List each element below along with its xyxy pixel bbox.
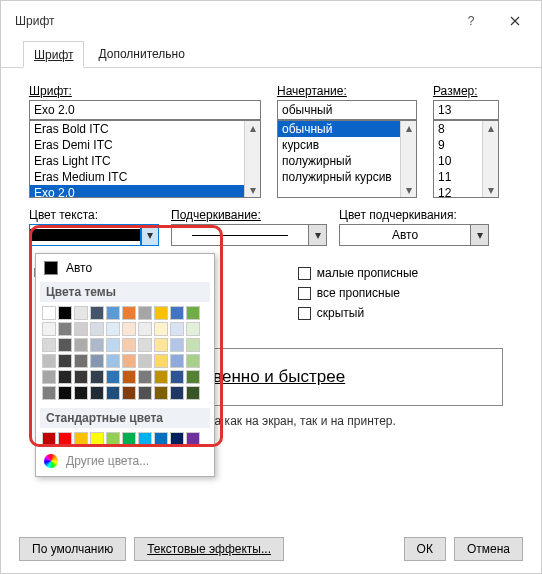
help-button[interactable]: ? <box>449 5 493 37</box>
color-swatch[interactable] <box>170 386 184 400</box>
style-option[interactable]: курсив <box>278 137 416 153</box>
dropdown-button[interactable]: ▾ <box>309 224 327 246</box>
underline-combo[interactable]: ▾ <box>171 224 327 246</box>
color-swatch[interactable] <box>170 306 184 320</box>
color-swatch[interactable] <box>74 338 88 352</box>
color-swatch[interactable] <box>74 386 88 400</box>
color-swatch[interactable] <box>90 370 104 384</box>
color-swatch[interactable] <box>186 386 200 400</box>
ok-button[interactable]: ОК <box>404 537 446 561</box>
allcaps-checkbox[interactable]: все прописные <box>298 286 419 300</box>
color-swatch[interactable] <box>154 370 168 384</box>
color-swatch[interactable] <box>42 322 56 336</box>
scrollbar[interactable]: ▴▾ <box>482 121 498 197</box>
color-swatch[interactable] <box>122 354 136 368</box>
color-swatch[interactable] <box>186 322 200 336</box>
color-swatch[interactable] <box>138 322 152 336</box>
color-auto-option[interactable]: Авто <box>40 258 210 278</box>
font-listbox[interactable]: Eras Bold ITC Eras Demi ITC Eras Light I… <box>29 120 261 198</box>
color-swatch[interactable] <box>58 432 72 446</box>
color-swatch[interactable] <box>138 432 152 446</box>
color-swatch[interactable] <box>42 354 56 368</box>
color-swatch[interactable] <box>90 386 104 400</box>
color-swatch[interactable] <box>58 306 72 320</box>
font-option[interactable]: Eras Demi ITC <box>30 137 260 153</box>
scrollbar[interactable]: ▴▾ <box>244 121 260 197</box>
color-swatch[interactable] <box>90 322 104 336</box>
color-swatch[interactable] <box>138 354 152 368</box>
color-swatch[interactable] <box>74 354 88 368</box>
color-swatch[interactable] <box>106 306 120 320</box>
default-button[interactable]: По умолчанию <box>19 537 126 561</box>
color-swatch[interactable] <box>170 370 184 384</box>
style-listbox[interactable]: обычный курсив полужирный полужирный кур… <box>277 120 417 198</box>
color-swatch[interactable] <box>106 354 120 368</box>
color-swatch[interactable] <box>106 338 120 352</box>
color-swatch[interactable] <box>74 432 88 446</box>
color-swatch[interactable] <box>186 432 200 446</box>
color-swatch[interactable] <box>186 306 200 320</box>
color-swatch[interactable] <box>42 432 56 446</box>
more-colors-option[interactable]: Другие цвета... <box>40 450 210 472</box>
color-swatch[interactable] <box>58 322 72 336</box>
color-swatch[interactable] <box>42 338 56 352</box>
color-swatch[interactable] <box>122 338 136 352</box>
color-swatch[interactable] <box>106 386 120 400</box>
color-swatch[interactable] <box>90 338 104 352</box>
color-swatch[interactable] <box>90 306 104 320</box>
color-swatch[interactable] <box>154 306 168 320</box>
color-swatch[interactable] <box>186 338 200 352</box>
smallcaps-checkbox[interactable]: малые прописные <box>298 266 419 280</box>
color-swatch[interactable] <box>74 322 88 336</box>
color-swatch[interactable] <box>138 306 152 320</box>
text-color-combo[interactable]: ▾ <box>29 224 159 246</box>
hidden-checkbox[interactable]: скрытый <box>298 306 419 320</box>
color-swatch[interactable] <box>58 386 72 400</box>
color-swatch[interactable] <box>170 432 184 446</box>
font-input[interactable] <box>29 100 261 120</box>
color-swatch[interactable] <box>58 354 72 368</box>
font-option[interactable]: Eras Bold ITC <box>30 121 260 137</box>
style-input[interactable] <box>277 100 417 120</box>
style-option[interactable]: полужирный курсив <box>278 169 416 185</box>
close-button[interactable] <box>493 5 537 37</box>
size-input[interactable] <box>433 100 499 120</box>
color-swatch[interactable] <box>90 432 104 446</box>
color-swatch[interactable] <box>170 354 184 368</box>
dropdown-button[interactable]: ▾ <box>471 224 489 246</box>
color-swatch[interactable] <box>106 322 120 336</box>
color-swatch[interactable] <box>154 354 168 368</box>
tab-advanced[interactable]: Дополнительно <box>88 41 194 67</box>
scrollbar[interactable]: ▴▾ <box>400 121 416 197</box>
color-swatch[interactable] <box>106 432 120 446</box>
color-swatch[interactable] <box>58 338 72 352</box>
color-swatch[interactable] <box>186 370 200 384</box>
cancel-button[interactable]: Отмена <box>454 537 523 561</box>
color-swatch[interactable] <box>170 322 184 336</box>
color-swatch[interactable] <box>42 370 56 384</box>
color-swatch[interactable] <box>74 370 88 384</box>
color-swatch[interactable] <box>42 306 56 320</box>
color-swatch[interactable] <box>170 338 184 352</box>
color-swatch[interactable] <box>154 432 168 446</box>
color-swatch[interactable] <box>42 386 56 400</box>
style-option-selected[interactable]: обычный <box>278 121 416 137</box>
text-effects-button[interactable]: Текстовые эффекты... <box>134 537 284 561</box>
color-swatch[interactable] <box>154 386 168 400</box>
color-swatch[interactable] <box>122 370 136 384</box>
color-swatch[interactable] <box>154 322 168 336</box>
color-swatch[interactable] <box>122 386 136 400</box>
color-swatch[interactable] <box>106 370 120 384</box>
underline-color-combo[interactable]: Авто ▾ <box>339 224 489 246</box>
color-swatch[interactable] <box>58 370 72 384</box>
color-swatch[interactable] <box>122 306 136 320</box>
font-option[interactable]: Eras Medium ITC <box>30 169 260 185</box>
size-listbox[interactable]: 8 9 10 11 12 ▴▾ <box>433 120 499 198</box>
color-swatch[interactable] <box>122 432 136 446</box>
font-option-selected[interactable]: Exo 2.0 <box>30 185 260 198</box>
color-swatch[interactable] <box>138 386 152 400</box>
dropdown-button[interactable]: ▾ <box>141 224 159 246</box>
color-swatch[interactable] <box>154 338 168 352</box>
color-swatch[interactable] <box>138 370 152 384</box>
tab-font[interactable]: Шрифт <box>23 41 84 68</box>
